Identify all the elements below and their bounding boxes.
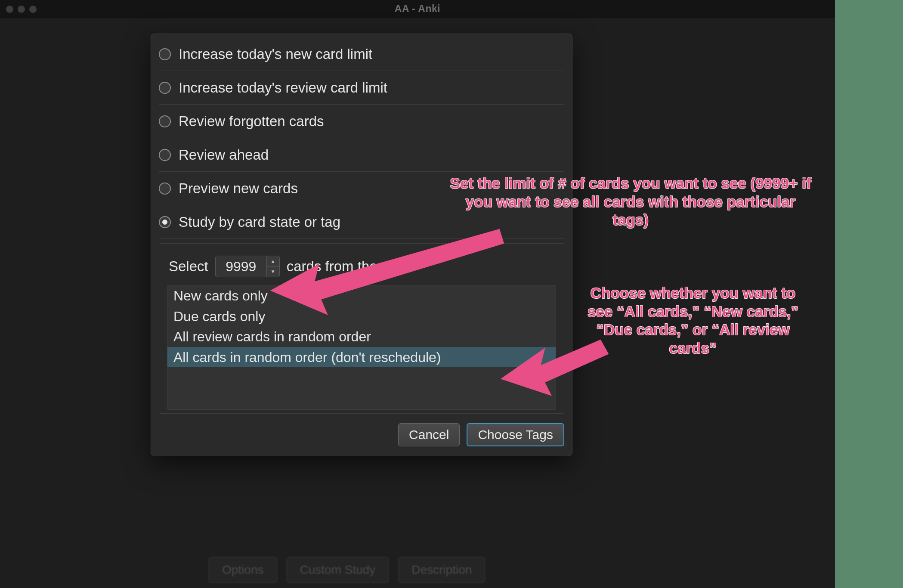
card-state-listbox[interactable]: New cards only Due cards only All review… [167, 285, 556, 410]
radio-icon[interactable] [159, 115, 171, 127]
radio-label: Increase today's new card limit [179, 46, 372, 62]
window-controls[interactable] [6, 0, 37, 18]
radio-icon[interactable] [159, 216, 171, 228]
list-item[interactable]: All review cards in random order [167, 326, 556, 347]
stepper-buttons: ▲ ▼ [266, 256, 279, 277]
radio-increase-new-limit[interactable]: Increase today's new card limit [159, 37, 564, 71]
list-item[interactable]: Due cards only [167, 306, 556, 327]
radio-label: Study by card state or tag [179, 214, 340, 230]
radio-icon[interactable] [159, 48, 171, 60]
close-window-icon[interactable] [6, 6, 13, 13]
description-button-bg: Description [398, 557, 485, 583]
stepper-up-icon[interactable]: ▲ [267, 256, 279, 267]
custom-study-dialog: Increase today's new card limit Increase… [151, 34, 572, 456]
radio-increase-review-limit[interactable]: Increase today's review card limit [159, 71, 564, 105]
stepper-down-icon[interactable]: ▼ [267, 267, 279, 277]
window-titlebar: AA - Anki [0, 0, 835, 18]
dialog-body: Increase today's new card limit Increase… [151, 34, 572, 414]
anki-window: AA - Anki Options Custom Study Descripti… [0, 0, 835, 588]
radio-preview-new[interactable]: Preview new cards [159, 172, 564, 205]
radio-icon[interactable] [159, 149, 171, 161]
select-prefix-label: Select [169, 258, 208, 275]
choose-tags-button[interactable]: Choose Tags [467, 423, 564, 446]
radio-review-forgotten[interactable]: Review forgotten cards [159, 105, 564, 138]
study-options-panel: Select ▲ ▼ cards from the deck New cards… [159, 243, 564, 414]
list-item[interactable]: All cards in random order (don't resched… [167, 347, 556, 368]
card-count-line: Select ▲ ▼ cards from the deck [169, 256, 556, 277]
radio-label: Review forgotten cards [179, 113, 324, 130]
window-title: AA - Anki [395, 3, 440, 15]
card-count-input[interactable] [216, 256, 266, 277]
card-count-stepper[interactable]: ▲ ▼ [215, 256, 280, 277]
radio-icon[interactable] [159, 183, 171, 195]
dialog-footer: Cancel Choose Tags [151, 414, 572, 456]
radio-label: Preview new cards [179, 180, 298, 197]
minimize-window-icon[interactable] [18, 6, 25, 13]
list-item[interactable]: New cards only [167, 285, 556, 306]
custom-study-button-bg: Custom Study [287, 557, 389, 583]
radio-review-ahead[interactable]: Review ahead [159, 138, 564, 172]
options-button-bg: Options [209, 557, 277, 583]
page-accent-stripe [834, 0, 903, 588]
radio-label: Increase today's review card limit [179, 80, 387, 96]
radio-icon[interactable] [159, 82, 171, 94]
deck-action-buttons: Options Custom Study Description [209, 557, 485, 583]
zoom-window-icon[interactable] [29, 6, 37, 13]
cancel-button[interactable]: Cancel [398, 423, 460, 446]
radio-label: Review ahead [179, 147, 269, 163]
select-suffix-label: cards from the deck [287, 258, 411, 275]
radio-study-by-state-tag[interactable]: Study by card state or tag [159, 205, 564, 239]
